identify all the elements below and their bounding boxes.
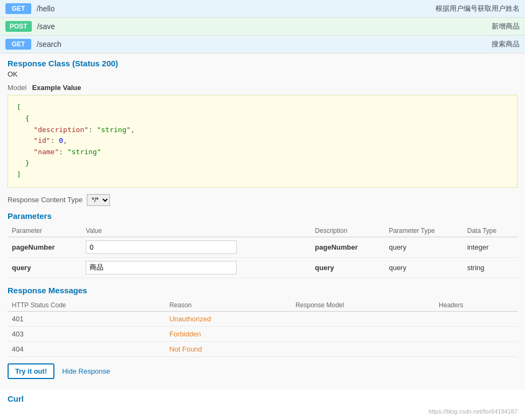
response-status-text: OK [8, 70, 517, 78]
col-reason: Reason [165, 299, 291, 312]
api-description: 搜索商品 [492, 39, 520, 49]
content-type-select[interactable]: */* [87, 194, 110, 206]
col-description: Description [310, 225, 384, 237]
param-value-input[interactable] [86, 261, 237, 274]
response-messages-table: HTTP Status Code Reason Response Model H… [8, 299, 517, 357]
col-headers: Headers [434, 299, 517, 312]
param-type: query [384, 237, 462, 257]
response-model [291, 341, 434, 356]
table-row: pageNumber pageNumber query integer [8, 237, 517, 257]
reason: Not Found [165, 341, 291, 356]
example-value-tab[interactable]: Example Value [32, 84, 81, 92]
param-name: query [8, 257, 81, 278]
endpoint-row-search[interactable]: GET /search 搜索商品 [0, 36, 525, 53]
api-path: /hello [37, 4, 436, 13]
headers [434, 341, 517, 356]
col-http-status: HTTP Status Code [8, 299, 165, 312]
param-type: query [384, 257, 462, 278]
table-row: 404 Not Found [8, 341, 517, 356]
table-row: query query query string [8, 257, 517, 278]
reason: Forbidden [165, 326, 291, 341]
response-class-title: Response Class (Status 200) [8, 59, 517, 68]
headers [434, 311, 517, 326]
response-model [291, 326, 434, 341]
param-data-type: integer [463, 237, 517, 257]
param-name: pageNumber [8, 237, 81, 257]
col-value: Value [81, 225, 310, 237]
api-path: /search [37, 40, 492, 49]
reason: Unauthorized [165, 311, 291, 326]
headers [434, 326, 517, 341]
code-block: [ { "description": "string", "id": 0, "n… [8, 95, 517, 188]
model-label: Model [8, 84, 26, 92]
col-data-type: Data Type [463, 225, 517, 237]
parameters-table: Parameter Value Description Parameter Ty… [8, 225, 517, 278]
table-row: 403 Forbidden [8, 326, 517, 341]
status-code: 401 [8, 311, 165, 326]
curl-title: Curl [0, 390, 525, 405]
param-value-input[interactable] [86, 240, 237, 254]
endpoint-row-save[interactable]: POST /save 新增商品 [0, 18, 525, 36]
col-response-model: Response Model [291, 299, 434, 312]
api-description: 根据用户编号获取用户姓名 [436, 4, 520, 13]
param-description: pageNumber [310, 237, 384, 257]
method-badge: GET [5, 3, 31, 14]
col-parameter: Parameter [8, 225, 81, 237]
content-type-row: Response Content Type */* [8, 194, 517, 206]
method-badge: GET [5, 39, 31, 50]
hide-response-link[interactable]: Hide Response [62, 367, 110, 375]
table-row: 401 Unauthorized [8, 311, 517, 326]
try-it-button[interactable]: Try it out! [8, 363, 54, 379]
content-type-label: Response Content Type [8, 196, 82, 204]
param-data-type: string [463, 257, 517, 278]
endpoint-row-hello[interactable]: GET /hello 根据用户编号获取用户姓名 [0, 0, 525, 18]
response-model [291, 311, 434, 326]
status-code: 403 [8, 326, 165, 341]
api-path: /save [37, 22, 492, 31]
api-description: 新增商品 [492, 22, 520, 31]
parameters-title: Parameters [8, 211, 517, 221]
response-messages-title: Response Messages [8, 286, 517, 295]
model-row: Model Example Value [8, 84, 517, 92]
action-row: Try it out! Hide Response [8, 363, 517, 379]
col-param-type: Parameter Type [384, 225, 462, 237]
param-value-cell[interactable] [81, 257, 310, 278]
method-badge: POST [5, 21, 32, 32]
param-value-cell[interactable] [81, 237, 310, 257]
param-description: query [310, 257, 384, 278]
status-code: 404 [8, 341, 165, 356]
